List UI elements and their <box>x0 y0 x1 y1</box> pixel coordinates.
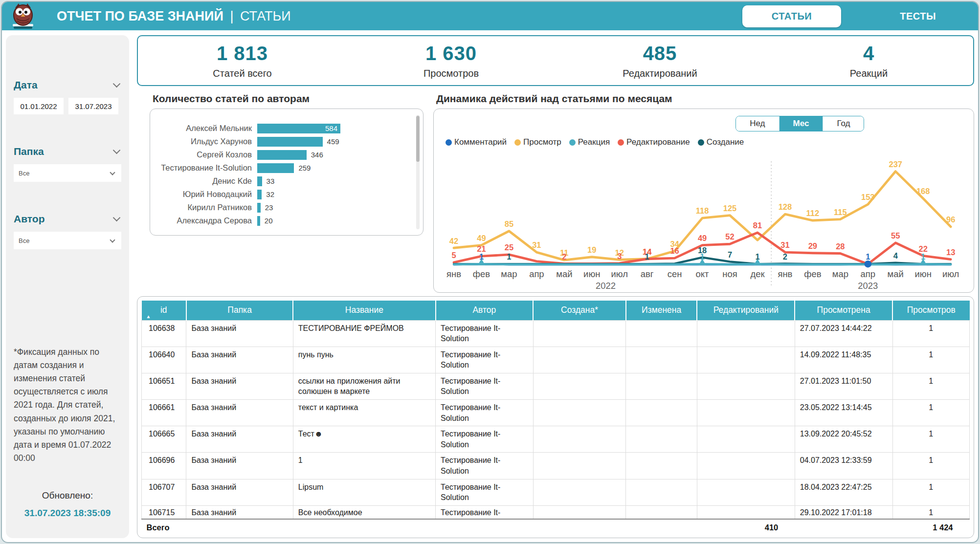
kpi-label: Реакций <box>850 68 888 79</box>
table-row[interactable]: 106638База знанийТЕСТИРОВАНИЕ ФРЕЙМОВТес… <box>142 320 970 347</box>
table-cell: 106715 <box>142 505 186 519</box>
bar[interactable]: 20 <box>257 216 260 226</box>
x-axis-month-label: янв <box>778 269 792 279</box>
table-row[interactable]: 106665База знанийТест☻Тестирование It-So… <box>142 426 970 453</box>
data-label: 31 <box>780 240 789 249</box>
authors-scrollbar[interactable] <box>416 115 420 229</box>
folder-filter-header[interactable]: Папка <box>14 146 121 157</box>
table-cell <box>697 373 795 399</box>
bar[interactable]: 23 <box>257 203 261 213</box>
folder-select[interactable]: Все <box>14 164 121 182</box>
table-cell: Тестирование It- <box>436 505 534 519</box>
bar-row[interactable]: Ильдус Харунов459 <box>157 135 408 148</box>
scrollbar-thumb[interactable] <box>416 116 420 162</box>
x-axis-month-label: авг <box>641 269 654 279</box>
column-header-2[interactable]: Название <box>293 301 435 320</box>
date-filter-header[interactable]: Дата <box>14 79 121 91</box>
author-filter-header[interactable]: Автор <box>14 213 121 225</box>
table-cell: 106651 <box>142 373 186 399</box>
x-axis-month-label: апр <box>861 269 876 279</box>
table-cell <box>626 479 697 505</box>
table-cell: 1 <box>892 505 970 519</box>
tab-tests[interactable]: ТЕСТЫ <box>885 5 951 27</box>
table-cell <box>626 347 697 373</box>
bar[interactable]: 459 <box>257 137 323 147</box>
x-axis-month-label: сен <box>668 269 682 279</box>
tab-articles[interactable]: СТАТЬИ <box>742 5 841 27</box>
bar-category-label: Александра Серова <box>157 216 257 225</box>
column-header-5[interactable]: Изменена <box>626 301 697 320</box>
author-select[interactable]: Все <box>14 232 121 249</box>
table-row[interactable]: 106640База знанийпунь пуньТестирование I… <box>142 347 970 373</box>
date-to-input[interactable]: 31.07.2023 <box>68 98 118 114</box>
bar-category-label: Сергей Козлов <box>157 150 257 159</box>
column-header-7[interactable]: Просмотрена <box>795 301 892 320</box>
data-label: 118 <box>696 206 709 215</box>
toggle-option-Нед[interactable]: Нед <box>736 116 779 131</box>
data-label: 7 <box>728 250 732 259</box>
legend-item[interactable]: Просмотр <box>514 137 561 147</box>
data-label: 16 <box>670 246 679 255</box>
bar-category-label: Алексей Мельник <box>157 124 257 133</box>
bar-row[interactable]: Тестирование It-Solution259 <box>157 161 408 174</box>
legend-label: Создание <box>707 137 744 147</box>
updated-block: Обновлено: 31.07.2023 18:35:09 <box>14 490 121 519</box>
bar-row[interactable]: Кирилл Ратников23 <box>157 201 408 214</box>
table-cell <box>626 400 697 426</box>
chevron-down-icon <box>110 237 115 242</box>
bar-row[interactable]: Александра Серова20 <box>157 214 408 227</box>
column-header-6[interactable]: Редактирований <box>697 301 795 320</box>
legend-item[interactable]: Редактирование <box>618 137 690 147</box>
toggle-option-Мес[interactable]: Мес <box>780 116 824 131</box>
data-label: 128 <box>779 202 792 211</box>
bar[interactable]: 346 <box>257 150 307 160</box>
data-label: 31 <box>532 240 541 249</box>
bar[interactable]: 259 <box>257 163 294 173</box>
table-row[interactable]: 106651База знанийссылки на приложения ай… <box>142 373 970 399</box>
bar-category-label: Тестирование It-Solution <box>157 163 257 173</box>
line-chart-svg: 1142498531111912143411812512811211515323… <box>438 148 970 290</box>
bar-row[interactable]: Юрий Новодацкий32 <box>157 188 408 201</box>
table-header: id▲ПапкаНазваниеАвторСоздана*ИзмененаРед… <box>142 301 970 320</box>
table-row[interactable]: 106715База знанийВсе необходимоеТестиров… <box>142 505 970 519</box>
bar-row[interactable]: Алексей Мельник584 <box>157 122 408 135</box>
x-axis-month-label: июл <box>942 269 959 279</box>
table-cell: Тест☻ <box>293 426 435 453</box>
bar[interactable]: 33 <box>257 176 262 186</box>
table-row[interactable]: 106707База знанийLipsumТестирование It-S… <box>142 479 970 505</box>
data-label: 96 <box>946 215 955 224</box>
bar[interactable]: 584 <box>257 124 340 133</box>
table-cell: 13.09.2022 20:45:52 <box>795 426 892 453</box>
data-label: 28 <box>836 242 845 251</box>
table-cell: База знаний <box>186 347 293 373</box>
table-cell <box>533 505 626 519</box>
legend-label: Реакция <box>578 137 610 147</box>
legend-item[interactable]: Создание <box>698 137 744 147</box>
legend-item[interactable]: Комментарий <box>445 137 507 147</box>
column-header-id[interactable]: id▲ <box>142 301 186 320</box>
column-header-8[interactable]: Просмотров <box>892 301 970 320</box>
table-cell: пунь пунь <box>293 347 435 373</box>
table-row[interactable]: 106696База знаний1Тестирование It-Soluti… <box>142 453 970 479</box>
data-label: 1 <box>866 252 870 261</box>
table-cell: Тестирование It-Solution <box>436 400 534 426</box>
table-row[interactable]: 106661База знанийтекст и картинкаТестиро… <box>142 400 970 426</box>
table-cell <box>697 400 795 426</box>
x-axis-year-label: 2022 <box>596 281 616 291</box>
bar-value: 259 <box>298 164 311 172</box>
data-label: 1 <box>755 252 759 261</box>
bar-row[interactable]: Денис Kde33 <box>157 174 408 188</box>
table-cell: База знаний <box>186 505 293 519</box>
date-from-input[interactable]: 01.01.2022 <box>14 98 64 114</box>
data-label: 2 <box>783 252 787 261</box>
table-cell: База знаний <box>186 479 293 505</box>
x-axis-month-label: июн <box>583 269 600 279</box>
legend-item[interactable]: Реакция <box>569 137 610 147</box>
bar[interactable]: 32 <box>257 190 262 199</box>
page-title-bold: ОТЧЕТ ПО БАЗЕ ЗНАНИЙ <box>57 9 223 23</box>
column-header-4[interactable]: Создана* <box>533 301 626 320</box>
toggle-option-Год[interactable]: Год <box>823 116 864 131</box>
column-header-3[interactable]: Автор <box>436 301 534 320</box>
column-header-1[interactable]: Папка <box>186 301 293 320</box>
bar-row[interactable]: Сергей Козлов346 <box>157 148 408 161</box>
